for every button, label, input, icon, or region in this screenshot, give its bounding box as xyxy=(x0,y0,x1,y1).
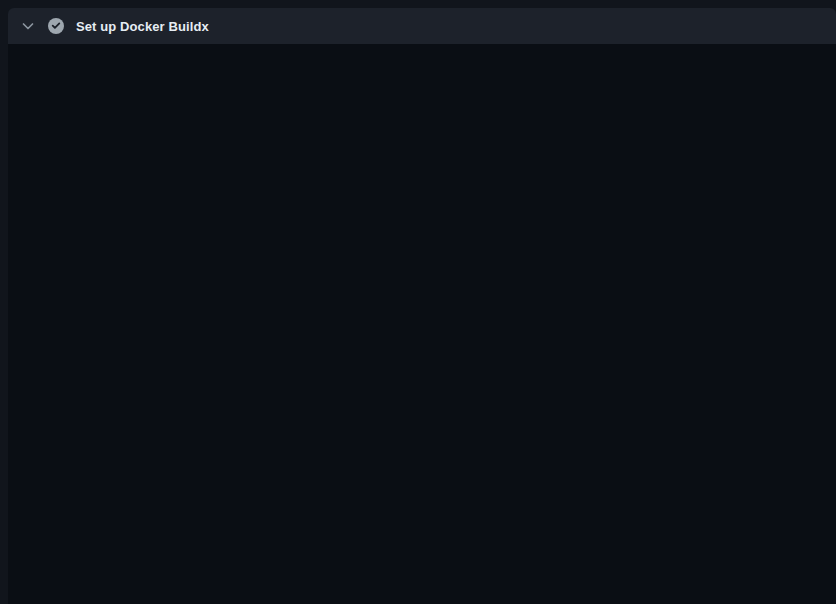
log-line: 122 { xyxy=(8,300,836,320)
log-lines: 1▶Run ./ 7▶Docker info 94▼Buildx version… xyxy=(8,44,836,604)
check-circle-icon xyxy=(48,18,64,34)
log-line[interactable]: 135▼BuildKit version xyxy=(8,563,836,583)
log-line[interactable]: 94▼Buildx version xyxy=(8,98,836,118)
log-line[interactable]: 7▶Docker info xyxy=(8,78,836,98)
step-title: Set up Docker Buildx xyxy=(76,19,209,34)
log-line[interactable]: 1▶Run ./ xyxy=(8,58,836,78)
log-line: 134} xyxy=(8,543,836,563)
log-line: 125 "status": "running", xyxy=(8,361,836,381)
step-log-panel: Set up Docker Buildx 1▶Run ./ 7▶Docker i… xyxy=(8,8,836,604)
log-line[interactable]: 119▼Inspect builder xyxy=(8,240,836,260)
log-line: 129 } xyxy=(8,442,836,462)
log-line: 128 "platforms": "linux/amd64,linux/amd6… xyxy=(8,421,836,441)
log-line: 98/usr/bin/docker buildx create --name b… xyxy=(8,179,836,199)
log-line: 132 "driver": "docker-container", xyxy=(8,502,836,522)
log-line: 95/usr/bin/docker buildx version xyxy=(8,119,836,139)
log-line: 120{ xyxy=(8,260,836,280)
step-header[interactable]: Set up Docker Buildx xyxy=(8,8,836,44)
log-line: 136builder-d9cfb5a1-c764-445a-a57e-0b19d… xyxy=(8,583,836,603)
chevron-down-icon[interactable] xyxy=(20,18,36,34)
log-line: 126 "buildkitd-flags": "--allow-insecure… xyxy=(8,381,836,401)
log-line: 127 "buildkit": "v0.11.3", xyxy=(8,401,836,421)
log-line: 99builder-d9cfb5a1-c764-445a-a57e-0b19d2… xyxy=(8,199,836,219)
log-line: 96github.com/docker/buildx 0.10.3+azure-… xyxy=(8,139,836,159)
log-line[interactable]: 97▼Creating a new builder instance xyxy=(8,159,836,179)
log-line[interactable]: 100▶Booting builder xyxy=(8,220,836,240)
log-line: 130 ], xyxy=(8,462,836,482)
log-line: 123 "name": "builder-d9cfb5a1-c764-445a-… xyxy=(8,320,836,340)
log-line: 133 "lastActivity": "2023-02-25T11:58:12… xyxy=(8,522,836,542)
log-line: 121 "nodes": [ xyxy=(8,280,836,300)
log-line: 124 "endpoint": "unix:///var/run/docker.… xyxy=(8,341,836,361)
log-line: 131 "name": "builder-d9cfb5a1-c764-445a-… xyxy=(8,482,836,502)
